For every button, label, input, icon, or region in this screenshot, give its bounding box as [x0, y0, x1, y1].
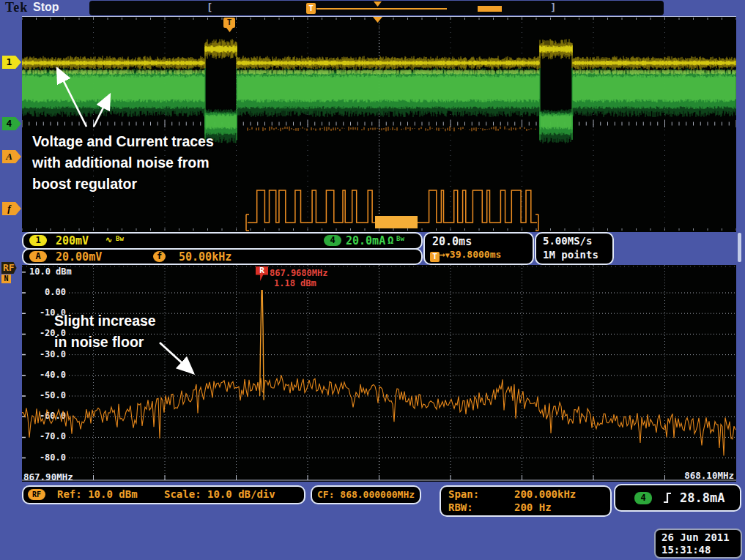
side-indicator [738, 233, 741, 262]
timebase-box: 20.0ms T→▼39.8000ms [423, 232, 534, 265]
time-domain-graticule: T Voltage and Current traces with additi… [22, 16, 736, 232]
span-value: 200.000kHz [514, 488, 576, 500]
record-length: 1M points [543, 249, 598, 261]
acquisition-status: Stop [33, 1, 59, 14]
rf-frequency-scale: 50.00kHz [179, 250, 231, 264]
rf-settings-box: RF Ref: 10.0 dBm Scale: 10.0 dB/div [22, 485, 305, 504]
center-frequency: CF: 868.000000MHz [317, 489, 415, 500]
vertical-scale: Scale: 10.0 dB/div [164, 488, 275, 500]
rf-amplitude-scale: 20.00mV [56, 250, 102, 264]
rf-amplitude-marker[interactable]: A [2, 150, 21, 163]
trigger-icon: T [306, 3, 316, 14]
marker-amplitude: 1.18 dBm [274, 278, 316, 288]
zoom-bracket-right: ] [550, 1, 556, 13]
trigger-line [316, 8, 447, 10]
time-label: 15:31:48 [661, 544, 711, 556]
ref-level: Ref: 10.0 dBm [57, 488, 138, 500]
acquisition-box: 5.00MS/s 1M points [535, 232, 614, 265]
rbw-value: 200 Hz [514, 501, 552, 513]
rf-readout-box: A 20.00mV f 50.00kHz [22, 248, 423, 265]
span-label: Span: [448, 488, 479, 500]
trigger-source-badge: 4 [634, 492, 652, 504]
rf-normal-trace-icon: N [1, 275, 11, 283]
trigger-delay-value: 39.8000ms [450, 249, 501, 260]
zoom-window-indicator[interactable] [478, 6, 502, 12]
spectrum-graticule: 0.00-10.0-20.0-30.0-40.0-50.0-60.0-70.0-… [22, 265, 736, 482]
expansion-point-icon [374, 1, 382, 7]
vertical-readout-box: 1 200mV ∿ Bw 4 20.0mA Ω Bw [22, 232, 423, 250]
sample-rate: 5.00MS/s [543, 235, 592, 247]
trigger-level: 28.8mA [680, 490, 724, 505]
ch4-scale: 20.0mA [346, 234, 385, 247]
rf-channel-badge[interactable]: RF N [1, 261, 22, 283]
marker-frequency: 867.9680MHz [270, 268, 327, 278]
datetime-box: 26 Jun 2011 15:31:48 [654, 529, 742, 559]
time-domain-traces [22, 17, 736, 232]
channel4-marker[interactable]: 4 [2, 117, 21, 130]
zoom-bracket-left: [ [207, 1, 212, 13]
rf-badge-label: RF [1, 262, 17, 274]
delay-arrow: → [440, 249, 445, 260]
oscilloscope-screen: Tek Stop [ ] T 1 4 A f T Voltage and Cur… [0, 0, 745, 560]
ch4-badge: 4 [324, 235, 341, 246]
channel1-marker[interactable]: 1 [2, 56, 21, 69]
center-frequency-box: CF: 868.000000MHz [311, 485, 421, 504]
rf-frequency-badge: f [153, 251, 166, 262]
ch1-scale: 200mV [56, 234, 89, 247]
scope-annotation: Voltage and Current traces with addition… [32, 131, 214, 195]
spectrum-trace [22, 265, 736, 482]
trigger-delay-icon: T [430, 252, 440, 262]
tek-logo: Tek [5, 0, 28, 15]
rf-frequency-marker[interactable]: f [2, 202, 21, 215]
trigger-slope-icon [661, 490, 674, 505]
ch1-coupling-icon: ∿ [105, 235, 112, 244]
trigger-readout-box: 4 28.8mA [614, 484, 741, 512]
ch4-bandwidth-icon: Bw [396, 235, 404, 242]
wave-inspector-bar[interactable]: [ ] T [89, 1, 664, 15]
ch1-bandwidth-icon: Bw [116, 235, 124, 242]
rbw-label: RBW: [448, 501, 473, 513]
date-label: 26 Jun 2011 [661, 531, 730, 543]
timebase-scale: 20.0ms [432, 235, 472, 248]
spectrum-annotation: Slight increase in noise floor [54, 310, 156, 353]
ch4-probe-icon: Ω [388, 234, 393, 246]
ch1-badge: 1 [29, 235, 47, 246]
trigger-position-flag[interactable]: T [223, 18, 235, 28]
rf-badge: RF [28, 489, 45, 500]
rf-amplitude-badge: A [29, 251, 47, 262]
span-rbw-box: Span: 200.000kHz RBW: 200 Hz [440, 485, 612, 517]
